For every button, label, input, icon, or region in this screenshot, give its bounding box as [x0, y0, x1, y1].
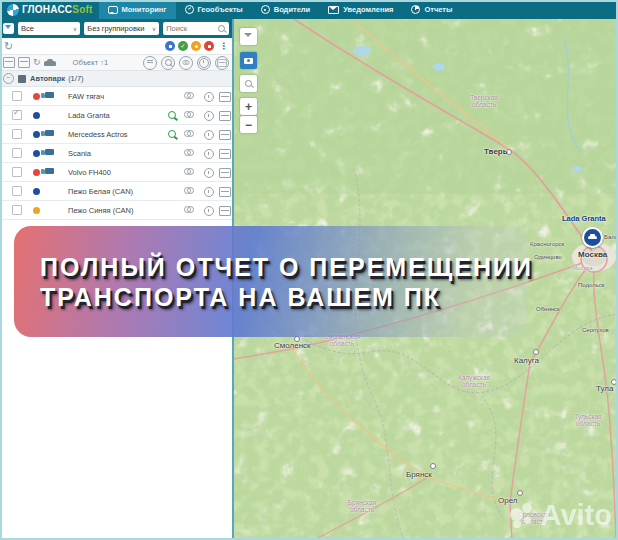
vehicle-row[interactable]: Mercedess Actros [0, 125, 232, 144]
address-column-icon[interactable] [143, 56, 157, 70]
track-column-icon[interactable] [161, 56, 175, 70]
status-filter-red[interactable] [204, 41, 214, 51]
status-filter-green[interactable]: ✓ [178, 41, 188, 51]
history-icon[interactable] [204, 206, 214, 216]
panel-icon[interactable] [219, 130, 231, 140]
select-all-icon[interactable] [3, 57, 15, 68]
more-menu-icon[interactable]: ⋮ [219, 41, 228, 51]
map-label-tver: Тверь [484, 147, 508, 156]
track-icon[interactable] [168, 130, 176, 138]
history-column-icon[interactable] [197, 56, 211, 70]
map-search-button[interactable] [240, 75, 257, 92]
follow-icon[interactable] [184, 111, 194, 118]
search-input[interactable] [166, 24, 218, 33]
group-row-autopark[interactable]: − Автопарк (1/7) [0, 71, 232, 87]
vehicle-row[interactable]: Volvo FH400 [0, 163, 232, 182]
vehicle-name: Scania [68, 149, 91, 158]
map-label-tver-region: Тверская область [460, 94, 508, 109]
vehicle-checkbox[interactable] [12, 91, 22, 101]
history-icon[interactable] [204, 130, 214, 140]
scope-select[interactable]: Все ∨ [18, 22, 80, 35]
status-dot [33, 150, 40, 157]
top-nav: ГЛОНАССSoft Мониторинг Геообъекты Водите… [0, 0, 618, 19]
map-label-smolensk: Смоленск [274, 341, 311, 350]
map-label-tula: Тула [596, 384, 613, 393]
search-icon[interactable] [218, 25, 225, 32]
logo-accent: Soft [72, 4, 92, 15]
status-dot [33, 207, 40, 214]
map-label-bryansk: Брянск [406, 470, 432, 479]
vehicle-row[interactable]: Пежо Белая (CAN) [0, 182, 232, 201]
tab-label: Водители [274, 5, 311, 14]
vehicle-row[interactable]: Lada Granta [0, 106, 232, 125]
history-icon[interactable] [204, 92, 214, 102]
vehicle-checkbox[interactable] [12, 110, 22, 120]
refresh-icon[interactable]: ↻ [4, 41, 13, 52]
vehicle-checkbox[interactable] [12, 129, 22, 139]
tab-geoobjects[interactable]: Геообъекты [176, 0, 252, 19]
status-filter-circles: ✓ ⋮ [165, 41, 228, 51]
tab-drivers[interactable]: Водители [252, 0, 320, 19]
group-label: Автопарк [30, 74, 65, 83]
tab-label: Мониторинг [122, 5, 167, 14]
history-icon[interactable] [204, 187, 214, 197]
vehicle-checkbox[interactable] [12, 148, 22, 158]
follow-icon[interactable] [184, 187, 194, 194]
follow-icon[interactable] [184, 92, 194, 99]
grouping-select[interactable]: Без группировки ∨ [84, 22, 159, 35]
follow-column-icon[interactable] [179, 56, 193, 70]
track-icon[interactable] [168, 111, 176, 119]
chevron-down-icon: ∨ [73, 25, 77, 32]
vehicle-checkbox[interactable] [12, 167, 22, 177]
status-dot [33, 112, 40, 119]
refresh-list-icon[interactable]: ↻ [33, 58, 41, 67]
map-label-odintsovo: Одинцово [534, 254, 562, 260]
map-label-krasnogorsk: Красногорск [530, 241, 564, 247]
panel-icon[interactable] [219, 92, 231, 102]
zoom-in-button[interactable]: + [240, 98, 257, 115]
tab-reports[interactable]: Отчеты [402, 0, 461, 19]
filter-icon[interactable] [3, 23, 14, 34]
vehicle-filter-icon[interactable] [44, 61, 56, 66]
tab-notifications[interactable]: Уведомления [319, 0, 402, 19]
zoom-out-button[interactable]: − [240, 116, 257, 133]
collapse-group-icon[interactable]: − [3, 73, 14, 84]
status-filter-orange[interactable] [191, 41, 201, 51]
group-checkbox[interactable] [18, 75, 26, 83]
history-icon[interactable] [204, 168, 214, 178]
panel-icon[interactable] [219, 187, 231, 197]
grouping-value: Без группировки [87, 24, 144, 33]
panel-column-icon[interactable] [215, 56, 229, 70]
drivers-icon [261, 5, 270, 14]
vehicle-row[interactable]: Scania [0, 144, 232, 163]
status-filter-blue[interactable] [165, 41, 175, 51]
follow-icon[interactable] [184, 168, 194, 175]
map-label-serpukhov: Серпухов [582, 327, 609, 333]
follow-icon[interactable] [184, 130, 194, 137]
vehicle-marker-lada-granta[interactable] [582, 227, 603, 248]
map-filter-button[interactable] [240, 28, 257, 45]
map-label-kaluga-region: Калужская область [450, 374, 498, 389]
object-column-header[interactable]: Объект ↑1 [73, 58, 109, 67]
map-label-obninsk: Обнинск [536, 306, 560, 312]
map-screenshot-button[interactable] [240, 52, 257, 69]
list-toolbar-columns: ↻ Объект ↑1 [0, 55, 232, 71]
map-label-marker: Lada Granta [562, 214, 606, 223]
follow-icon[interactable] [184, 149, 194, 156]
panel-icon[interactable] [219, 111, 231, 121]
banner-line-2: ТРАНСПОРТА НА ВАШЕМ ПК [40, 282, 528, 312]
vehicle-checkbox[interactable] [12, 186, 22, 196]
history-icon[interactable] [204, 149, 214, 159]
history-icon[interactable] [204, 111, 214, 121]
panel-icon[interactable] [219, 149, 231, 159]
vehicle-row[interactable]: Пежо Синяя (CAN) [0, 201, 232, 220]
deselect-all-icon[interactable] [18, 57, 30, 68]
follow-icon[interactable] [184, 206, 194, 213]
chevron-down-icon: ∨ [152, 25, 156, 32]
panel-icon[interactable] [219, 168, 231, 178]
tab-label: Отчеты [424, 5, 452, 14]
vehicle-row[interactable]: FAW тягач [0, 87, 232, 106]
vehicle-checkbox[interactable] [12, 205, 22, 215]
panel-icon[interactable] [219, 206, 231, 216]
tab-monitoring[interactable]: Мониторинг [99, 0, 176, 19]
